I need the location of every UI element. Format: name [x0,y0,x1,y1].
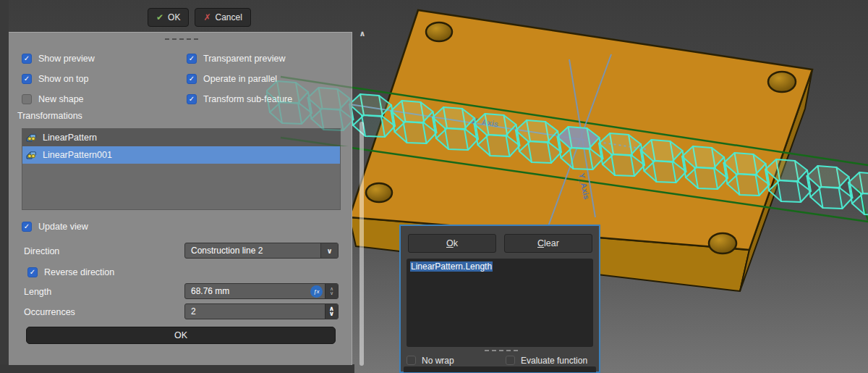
occurrences-value[interactable]: 2 [185,306,325,317]
formula-clear-label: Clear [537,238,559,248]
checkbox-box[interactable] [27,267,38,277]
expression-text[interactable]: LinearPattern.Length [410,261,493,272]
direction-select[interactable]: Construction line 2 ∨ [184,243,339,259]
spin-down-icon[interactable]: ∨ [329,311,334,317]
checkbox-box[interactable] [506,356,515,365]
checkbox-box[interactable] [22,222,32,232]
hole-bottom-right[interactable] [709,233,736,253]
hole-bottom-left[interactable] [366,183,392,202]
checkbox-box[interactable] [22,94,32,104]
panel-scrollbar[interactable] [359,122,364,366]
chevron-down-icon[interactable]: ∨ [320,243,338,258]
task-panel: Show preview Transparent preview Show on… [9,32,352,365]
checkbox-label: Update view [38,222,88,232]
checkbox-reverse-direction[interactable]: Reverse direction [27,267,114,278]
checkbox-show-on-top[interactable]: Show on top [22,73,89,85]
ok-button-label: OK [168,12,180,22]
checkbox-label: Show on top [38,74,89,84]
checkbox-label: No wrap [422,356,454,366]
checkbox-new-shape[interactable]: New shape [22,93,84,105]
splitter-handle-icon[interactable] [485,350,518,351]
checkbox-box[interactable] [22,74,32,84]
list-item-linearpattern[interactable]: LinearPattern [22,129,340,146]
transformations-list: LinearPattern LinearPattern001 [22,128,341,210]
formula-ok-button[interactable]: Ok [408,234,496,253]
task-panel-bottom-edge [0,364,354,373]
checkbox-label: Evaluate function [521,356,587,366]
cancel-button[interactable]: ✗ Cancel [195,8,250,27]
occurrences-field[interactable]: 2 ∧ ∨ [184,303,339,319]
checkbox-box[interactable] [187,54,197,64]
occurrences-spinner[interactable]: ∧ ∨ [325,304,338,319]
result-area-edge [404,366,596,372]
checkbox-label: New shape [38,94,84,104]
splitter-handle-icon[interactable] [165,38,198,40]
spin-down-icon[interactable]: ∨ [330,291,333,296]
list-item-label: LinearPattern001 [43,150,112,160]
panel-ok-button[interactable]: OK [26,327,336,344]
linear-pattern-icon [26,132,38,143]
expression-input[interactable]: LinearPattern.Length [407,259,593,347]
checkbox-label: Reverse direction [44,267,114,277]
checkbox-box[interactable] [407,356,416,365]
checkbox-transform-sub-feature[interactable]: Transform sub-feature [187,93,292,105]
ok-button[interactable]: ✔ OK [148,8,189,27]
hole-top-left[interactable] [426,22,452,41]
direction-label: Direction [24,246,59,256]
cancel-button-label: Cancel [215,12,242,22]
checkbox-operate-in-parallel[interactable]: Operate in parallel [187,73,277,85]
occurrences-label: Occurrences [24,307,75,317]
transformations-heading: Transformations [17,111,82,121]
checkbox-box[interactable] [187,74,197,84]
checkbox-label: Show preview [38,54,95,64]
checkbox-update-view[interactable]: Update view [22,221,88,232]
length-value[interactable]: 68.76 mm [185,286,310,296]
formula-clear-button[interactable]: Clear [504,234,592,253]
checkbox-label: Operate in parallel [203,74,277,84]
cancel-x-icon: ✗ [203,12,210,22]
window-left-edge [0,0,9,373]
task-dialog-toolbar: ✔ OK ✗ Cancel [148,8,251,27]
length-label: Length [24,287,51,297]
checkbox-label: Transparent preview [203,54,285,64]
checkbox-no-wrap[interactable]: No wrap [407,355,454,366]
formula-ok-label: Ok [446,238,458,248]
linear-pattern-icon [26,149,38,161]
expression-fx-icon[interactable]: ƒx [310,285,323,298]
freecad-window: X_Axis Y_Axis Show preview Transparent p… [0,0,868,373]
list-item-linearpattern001[interactable]: LinearPattern001 [22,146,340,164]
scroll-up-icon[interactable]: ∧ [356,29,369,41]
checkbox-box[interactable] [22,54,32,64]
formula-editor-dialog: Ok Clear LinearPattern.Length No wrap Ev… [399,225,600,373]
length-field[interactable]: 68.76 mm ƒx ∧ ∨ [184,283,339,299]
length-spinner[interactable]: ∧ ∨ [325,284,338,298]
checkbox-transparent-preview[interactable]: Transparent preview [187,53,285,64]
hole-top-right[interactable] [768,72,796,92]
checkbox-box[interactable] [187,94,197,104]
checkbox-show-preview[interactable]: Show preview [22,53,95,64]
ok-check-icon: ✔ [156,12,163,22]
list-item-label: LinearPattern [43,133,97,143]
direction-value: Construction line 2 [185,246,320,256]
checkbox-evaluate-function[interactable]: Evaluate function [506,355,587,366]
checkbox-label: Transform sub-feature [203,94,292,104]
